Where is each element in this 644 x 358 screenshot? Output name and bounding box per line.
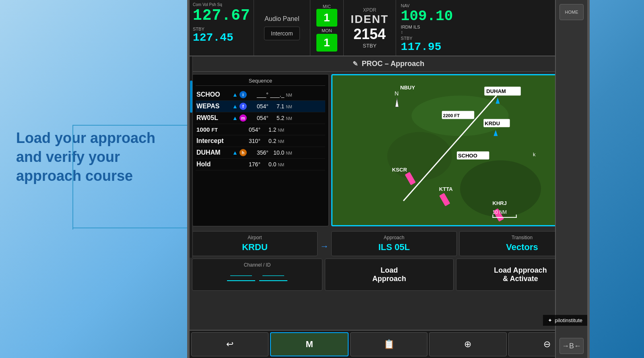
bottom-selector-area: Airport KRDU → Approach ILS 05L Transiti… [190, 229, 587, 293]
seq-nm-wepas: 7.1 NM [270, 103, 292, 110]
back-button[interactable]: →B← [559, 338, 584, 354]
sequence-title: Sequence [196, 78, 325, 86]
duham-label: DUHAM [486, 88, 506, 94]
seq-triangle-rw05l: ▲ [232, 115, 238, 121]
xpdr-label: XPDR [363, 7, 376, 13]
zoom-in-nav-button[interactable]: ⊕ [429, 332, 506, 356]
selector-row-1: Airport KRDU → Approach ILS 05L Transiti… [192, 231, 585, 256]
seq-nm-intercept: 0.2 NM [262, 138, 284, 144]
kscr-label: KSCR [392, 167, 407, 173]
seq-name-intercept: Intercept [196, 137, 231, 145]
seq-deg-rw05l: 054° [248, 115, 268, 121]
pilot-institute-icon: ✦ [548, 317, 552, 323]
airport-selector[interactable]: Airport KRDU [192, 231, 318, 256]
proc-title-text: PROC – Approach [362, 60, 424, 68]
seq-row-hold: Hold 176° 0.0 NM [196, 159, 325, 170]
channel-inputs: ——— ——— [197, 271, 317, 281]
seq-row-wepas: WEPAS ▲ f 054° 7.1 NM [196, 101, 325, 112]
alt-label: 2200 FT [443, 113, 460, 118]
pilot-institute-name: pilotinstitute [555, 317, 582, 323]
com-label: Com Vol Psh Sq [193, 2, 250, 7]
seq-icon-rw05l: m [239, 114, 247, 122]
seq-row-intercept: Intercept 310° 0.2 NM [196, 135, 325, 147]
sequence-panel: Sequence SCHOO ▲ i ___° ___._ NM WEPAS ▲… [192, 74, 329, 226]
approach-value[interactable]: ILS 05L [378, 242, 410, 252]
com-active-freq[interactable]: 127.67 [193, 7, 250, 24]
intercom-button[interactable]: Intercom [264, 27, 299, 40]
seq-nm-schoo: ___._ NM [270, 91, 292, 98]
top-radio-section: Com Vol Psh Sq 127.67 STBY 127.45 Audio … [190, 0, 587, 56]
xpdr-cell: XPDR IDENT 2154 STBY [344, 0, 396, 56]
schoo-label: SCHOO [458, 153, 477, 159]
mic-value[interactable]: 1 [316, 9, 337, 27]
seq-name-schoo: SCHOO [196, 91, 231, 98]
channel-input-1[interactable]: ——— [227, 271, 255, 281]
scale-bar-right [516, 215, 517, 218]
channel-id-cell: Channel / ID ——— ——— [192, 259, 322, 291]
seq-deg-schoo: ___° [248, 91, 268, 98]
channel-label: Channel / ID [197, 262, 317, 268]
scroll-bar[interactable] [190, 56, 193, 258]
seq-name-wepas: WEPAS [196, 103, 231, 110]
transition-label: Transition [512, 235, 533, 240]
right-sidebar: HOME →B← [555, 0, 587, 358]
scale-bar-left [492, 215, 493, 218]
seq-icon-wepas: f [239, 103, 247, 110]
xpdr-code[interactable]: 2154 [353, 26, 386, 43]
back-nav-button[interactable]: ↩ [191, 332, 268, 356]
main-content-area: Sequence SCHOO ▲ i ___° ___._ NM WEPAS ▲… [190, 72, 587, 229]
pilot-institute-logo: ✦ pilotinstitute [543, 315, 587, 326]
xpdr-stby: STBY [363, 43, 376, 49]
seq-name-duham: DUHAM [196, 149, 231, 156]
nav-arrow-icon: ↕ [401, 29, 403, 34]
mic-cell: MIC 1 MON 1 [310, 0, 344, 56]
load-approach-label: LoadApproach [372, 266, 406, 283]
k-edge-label: k [533, 151, 536, 157]
airport-value[interactable]: KRDU [242, 242, 268, 252]
audio-panel-label: Audio Panel [264, 15, 299, 23]
seq-triangle-wepas: ▲ [232, 103, 238, 110]
com-radio-col: Com Vol Psh Sq 127.67 STBY 127.45 [190, 0, 254, 56]
left-instruction-text: Load your approach and verify your appro… [16, 129, 165, 185]
seq-name-1000ft: 1000 FT [196, 126, 231, 133]
seq-name-hold: Hold [196, 161, 231, 168]
seq-row-duham: DUHAM ▲ h 356° 10.0 NM [196, 147, 325, 159]
seq-deg-duham: 356° [248, 149, 268, 156]
home-button[interactable]: HOME [559, 4, 584, 20]
ktta-label: KTTA [439, 186, 453, 192]
approach-map-svg: NBUY N DUHAM 2200 FT KRDU KSCR [332, 75, 584, 225]
seq-row-1000ft: 1000 FT 054° 1.2 NM [196, 124, 325, 135]
seq-nm-hold: 0.0 NM [262, 161, 284, 168]
channel-input-2[interactable]: ——— [259, 271, 287, 281]
avionics-device: Com Vol Psh Sq 127.67 STBY 127.45 Audio … [187, 0, 590, 358]
transition-value[interactable]: Vectors [506, 242, 538, 252]
khrj-label: KHRJ [492, 200, 507, 206]
scale-bar-line [492, 217, 516, 218]
checklist-nav-icon: 📋 [384, 339, 394, 350]
com-stby-freq[interactable]: 127.45 [193, 31, 250, 44]
airport-label: Airport [248, 235, 262, 240]
compass-n: N [394, 90, 398, 97]
checklist-nav-button[interactable]: 📋 [350, 332, 427, 356]
back-arrow-icon: →B← [562, 342, 581, 350]
mic-label: MIC [323, 4, 331, 9]
seq-nm-1000ft: 1.2 NM [262, 126, 284, 133]
zoom-out-icon: ⊖ [543, 339, 551, 350]
mon-value[interactable]: 1 [316, 34, 337, 52]
krdu-label: KRDU [485, 120, 500, 126]
scale-label: 10 NM [492, 209, 506, 215]
approach-selector[interactable]: Approach ILS 05L [331, 231, 457, 256]
selector-arrow: → [320, 231, 329, 256]
xpdr-ident[interactable]: IDENT [351, 13, 388, 26]
load-approach-button[interactable]: LoadApproach [325, 259, 454, 291]
seq-nm-duham: 10.0 NM [270, 149, 292, 156]
bottom-nav-bar: ↩ M 📋 ⊕ ⊖ [190, 330, 587, 358]
audio-panel-cell[interactable]: Audio Panel Intercom [254, 0, 310, 56]
seq-name-rw05l: RW05L [196, 114, 231, 122]
waypoint-nbuy-label: NBUY [400, 85, 415, 91]
seq-deg-1000ft: 054° [240, 126, 260, 133]
seq-nm-rw05l: 5.2 NM [270, 115, 292, 121]
menu-nav-button[interactable]: M [270, 332, 348, 356]
mon-label: MON [322, 28, 332, 33]
instruction-heading: Load your approach and verify your appro… [16, 130, 155, 184]
